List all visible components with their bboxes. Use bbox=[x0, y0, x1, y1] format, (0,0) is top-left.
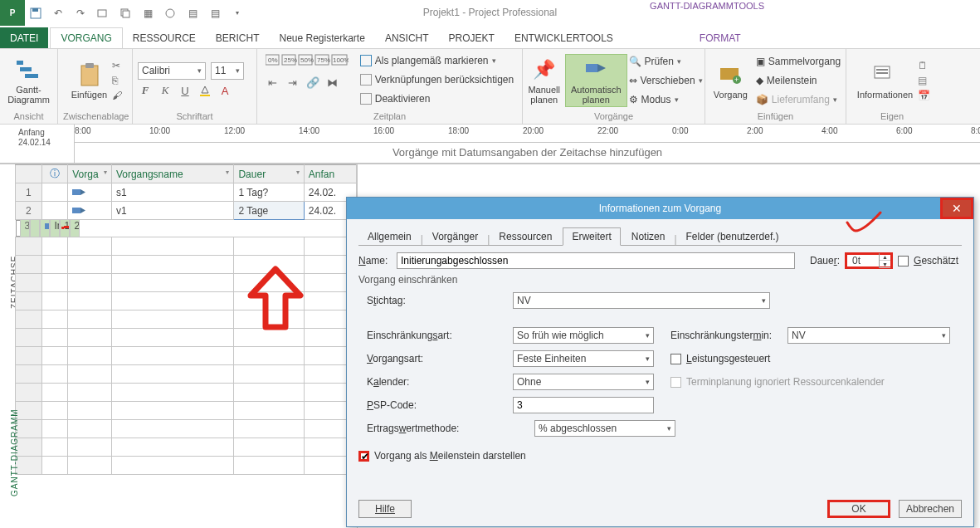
calendar-label: Kalender: bbox=[367, 376, 508, 388]
qat-dropdown-icon[interactable]: ▾ bbox=[231, 7, 244, 20]
svg-rect-22 bbox=[586, 64, 597, 72]
ribbon: Gantt- Diagramm Ansicht Einfügen ✂ ⎘ 🖌 Z… bbox=[0, 48, 980, 125]
summary-task[interactable]: ▣Sammelvorgang bbox=[756, 52, 841, 71]
add-to-timeline-icon[interactable]: 📅 bbox=[918, 90, 930, 101]
information-button[interactable]: Informationen bbox=[854, 60, 916, 101]
titlebar: P ↶ ↷ ▦ ▤ ▤ ▾ Projekt1 - Project Profess… bbox=[0, 0, 980, 26]
gantt-diagram-label: Gantt- Diagramm bbox=[7, 85, 50, 105]
deliverable[interactable]: 📦Lieferumfang▾ bbox=[756, 90, 841, 109]
dtab-erweitert[interactable]: Erweitert bbox=[563, 227, 620, 246]
font-name-select[interactable]: Calibri▾ bbox=[138, 62, 206, 80]
wbs-input[interactable] bbox=[513, 397, 654, 413]
paste-button[interactable]: Einfügen bbox=[68, 60, 110, 101]
font-size-value: 11 bbox=[215, 65, 226, 76]
italic-icon[interactable]: K bbox=[158, 83, 173, 98]
manual-schedule-button[interactable]: 📌 Manuell planen bbox=[524, 55, 563, 106]
gantt-diagram-button[interactable]: Gantt- Diagramm bbox=[5, 55, 52, 106]
dtab-allgemein[interactable]: Allgemein bbox=[358, 227, 421, 246]
notes-icon[interactable]: 🗒 bbox=[918, 60, 930, 71]
undo-icon[interactable]: ↶ bbox=[51, 7, 65, 20]
svg-text:0%: 0% bbox=[268, 56, 278, 64]
redo-icon[interactable]: ↷ bbox=[74, 7, 87, 20]
svg-rect-29 bbox=[72, 189, 80, 195]
col-mode[interactable]: Vorga▾ bbox=[68, 165, 112, 183]
task-grid[interactable]: ⓘ Vorga▾ Vorgangsname▾ Dauer▾ Anfan 1 s1… bbox=[15, 164, 358, 528]
effort-driven-label: Leistungsgesteuert bbox=[686, 353, 770, 364]
font-size-select[interactable]: 11▾ bbox=[211, 62, 244, 80]
dtab-felder[interactable]: Felder (benutzerdef.) bbox=[677, 227, 788, 246]
estimated-checkbox[interactable] bbox=[898, 256, 909, 266]
qat-icon[interactable] bbox=[119, 7, 132, 20]
col-rownum[interactable] bbox=[16, 165, 42, 183]
auto-schedule-button[interactable]: Automatisch planen bbox=[565, 54, 627, 107]
qat-icon[interactable]: ▤ bbox=[186, 7, 199, 20]
qat-icon[interactable]: ▤ bbox=[208, 7, 222, 20]
svg-rect-30 bbox=[72, 208, 80, 213]
cut-icon[interactable]: ✂ bbox=[112, 60, 122, 71]
qat-icon[interactable]: ▦ bbox=[141, 7, 154, 20]
constrain-title: Vorgang einschränken bbox=[358, 274, 962, 286]
save-icon[interactable] bbox=[29, 7, 42, 20]
disable-task[interactable]: Deaktivieren bbox=[360, 90, 514, 108]
tab-projekt[interactable]: PROJEKT bbox=[439, 27, 505, 48]
details-icon[interactable]: ▤ bbox=[918, 75, 930, 86]
name-input[interactable] bbox=[397, 252, 795, 269]
col-indicators[interactable]: ⓘ bbox=[41, 165, 68, 183]
inspect-button[interactable]: 🔍Prüfen▾ bbox=[629, 52, 703, 71]
bold-icon[interactable]: F bbox=[138, 83, 153, 98]
table-row[interactable]: 1 s1 1 Tag? 24.02. bbox=[16, 183, 357, 202]
duration-input[interactable]: 0t ▲▼ bbox=[845, 252, 893, 269]
tab-entwickler[interactable]: ENTWICKLERTOOLS bbox=[505, 27, 623, 48]
ok-button[interactable]: OK bbox=[827, 500, 890, 518]
tab-bericht[interactable]: BERICHT bbox=[206, 27, 270, 48]
mode-button[interactable]: ⚙Modus▾ bbox=[629, 90, 703, 109]
insert-task-button[interactable]: + Vorgang bbox=[710, 60, 751, 101]
table-row[interactable]: 2 v1 2 Tage 24.02. bbox=[16, 202, 357, 220]
context-tool-title: GANTT-DIAGRAMMTOOLS bbox=[650, 0, 764, 12]
tab-custom[interactable]: Neue Registerkarte bbox=[269, 27, 374, 48]
copy-icon[interactable]: ⎘ bbox=[112, 75, 122, 86]
font-color-icon[interactable]: A bbox=[217, 83, 232, 98]
tab-ansicht[interactable]: ANSICHT bbox=[375, 27, 439, 48]
move-button[interactable]: ⇔Verschieben▾ bbox=[629, 71, 703, 90]
milestone[interactable]: ◆Meilenstein bbox=[756, 71, 841, 90]
unlink-icon[interactable]: ⧓ bbox=[325, 75, 340, 90]
calendar-select[interactable]: Ohne▾ bbox=[513, 374, 654, 390]
dtab-notizen[interactable]: Notizen bbox=[622, 227, 675, 246]
task-type-select[interactable]: Feste Einheiten▾ bbox=[513, 350, 654, 367]
constraint-date-select[interactable]: NV▾ bbox=[787, 327, 950, 344]
qat-icon[interactable] bbox=[163, 7, 177, 20]
svg-text:+: + bbox=[734, 76, 739, 84]
constraint-type-select[interactable]: So früh wie möglich▾ bbox=[513, 327, 654, 344]
dtab-ressourcen[interactable]: Ressourcen bbox=[490, 227, 561, 246]
tab-ressource[interactable]: RESSOURCE bbox=[123, 27, 206, 48]
progress-presets[interactable]: 0% 25% 50% 75% 100% bbox=[266, 51, 349, 70]
deadline-label: Stichtag: bbox=[367, 295, 508, 306]
format-painter-icon[interactable]: 🖌 bbox=[112, 90, 122, 101]
tab-file[interactable]: DATEI bbox=[0, 27, 48, 48]
col-name[interactable]: Vorgangsname▾ bbox=[111, 165, 234, 183]
help-button[interactable]: Hilfe bbox=[358, 500, 412, 518]
cancel-button[interactable]: Abbrechen bbox=[899, 500, 962, 518]
col-duration[interactable]: Dauer▾ bbox=[234, 165, 304, 183]
table-row-selected[interactable]: 3 Initierungabgeschlo 1 Tag? 24.02. bbox=[16, 220, 42, 237]
info-icon: ⓘ bbox=[50, 168, 60, 179]
deadline-select[interactable]: NV▾ bbox=[513, 292, 770, 309]
earned-value-select[interactable]: % abgeschlossen▾ bbox=[534, 420, 675, 437]
dtab-vorgaenger[interactable]: Vorgänger bbox=[423, 227, 487, 246]
milestone-checkbox[interactable]: ✔ bbox=[358, 451, 369, 462]
respect-links[interactable]: Verknüpfungen berücksichtigen bbox=[360, 71, 514, 89]
indent-outdent[interactable]: ⇤⇥ 🔗 ⧓ bbox=[266, 73, 349, 91]
svg-point-5 bbox=[166, 9, 174, 17]
tab-vorgang[interactable]: VORGANG bbox=[50, 27, 122, 48]
tab-format[interactable]: FORMAT bbox=[690, 27, 751, 48]
qat-icon[interactable] bbox=[96, 7, 110, 20]
underline-icon[interactable]: U bbox=[178, 83, 193, 98]
close-button[interactable]: ✕ bbox=[940, 198, 973, 219]
col-start[interactable]: Anfan bbox=[304, 165, 356, 183]
spinner-icon[interactable]: ▲▼ bbox=[879, 253, 890, 268]
mark-on-track[interactable]: Als plangemäß markieren▾ bbox=[360, 51, 514, 70]
fill-color-icon[interactable] bbox=[197, 83, 212, 98]
link-icon[interactable]: 🔗 bbox=[305, 75, 320, 90]
effort-driven-checkbox[interactable] bbox=[670, 354, 681, 364]
